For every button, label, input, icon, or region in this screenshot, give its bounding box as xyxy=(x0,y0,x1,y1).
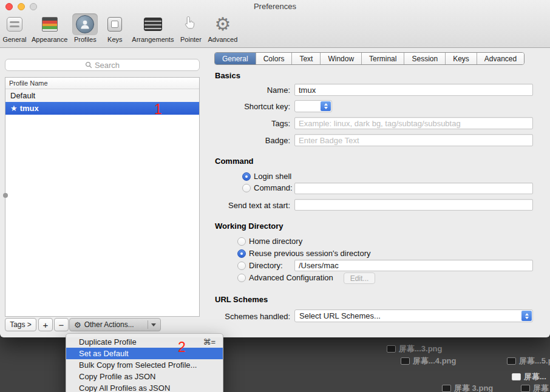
file-icon xyxy=(401,357,410,365)
login-shell-radio[interactable]: Login shell xyxy=(242,172,291,181)
shortcut-key-select[interactable] xyxy=(294,100,332,112)
other-actions-menu: Duplicate Profile ⌘= Set as Default Bulk… xyxy=(66,333,223,392)
desktop-file[interactable]: 屏幕...5.p xyxy=(507,356,550,367)
desktop-file[interactable]: 屏幕...3.png xyxy=(387,343,443,354)
shortcut-key-label: Shortcut key: xyxy=(206,102,290,111)
send-text-input[interactable] xyxy=(294,199,533,211)
home-directory-label: Home directory xyxy=(249,237,302,246)
tab-terminal[interactable]: Terminal xyxy=(362,53,404,64)
menu-item-duplicate-profile[interactable]: Duplicate Profile ⌘= xyxy=(66,336,223,348)
command-input[interactable] xyxy=(294,183,533,194)
command-label: Command: xyxy=(254,183,293,192)
desktop-file[interactable]: 屏幕...4.png xyxy=(401,356,457,367)
tab-text[interactable]: Text xyxy=(292,53,321,64)
directory-radio[interactable]: Directory: xyxy=(237,261,283,270)
toolbar-item-general[interactable]: General xyxy=(2,13,27,43)
edit-button[interactable]: Edit... xyxy=(344,272,375,284)
badge-input[interactable] xyxy=(294,134,533,146)
tab-colors[interactable]: Colors xyxy=(256,53,293,64)
file-icon xyxy=(507,357,516,365)
badge-label: Badge: xyxy=(206,136,290,145)
desktop-file[interactable]: 屏幕 xyxy=(521,383,549,392)
annotation-step-2: 2 xyxy=(178,339,186,356)
menu-item-label: Copy All Profiles as JSON xyxy=(79,382,170,392)
reuse-directory-radio[interactable]: Reuse previous session's directory xyxy=(237,249,370,258)
url-schemes-heading: URL Schemes xyxy=(215,295,268,304)
directory-label: Directory: xyxy=(249,261,283,270)
advanced-configuration-radio[interactable]: Advanced Configuration xyxy=(237,273,333,282)
radio-icon xyxy=(242,184,251,192)
add-profile-button[interactable]: + xyxy=(38,318,53,331)
menu-item-bulk-copy[interactable]: Bulk Copy from Selected Profile... xyxy=(66,359,223,371)
menu-item-copy-all-profiles-json[interactable]: Copy All Profiles as JSON xyxy=(66,382,223,392)
tab-keys[interactable]: Keys xyxy=(446,53,477,64)
stepper-icon xyxy=(521,311,532,321)
name-label: Name: xyxy=(206,86,290,95)
stepper-icon xyxy=(321,101,331,111)
profiles-person-icon xyxy=(76,15,94,33)
desktop-file[interactable]: 屏幕 3.png xyxy=(442,383,493,392)
keycap-icon xyxy=(107,17,122,32)
tab-window[interactable]: Window xyxy=(321,53,362,64)
menu-item-copy-profile-json[interactable]: Copy Profile as JSON xyxy=(66,371,223,382)
window-chrome: Preferences General Appearance Profiles xyxy=(0,0,550,48)
command-radio[interactable]: Command: xyxy=(242,183,293,192)
toolbar-item-keys[interactable]: Keys xyxy=(103,13,127,43)
gear-icon: ⚙ xyxy=(74,320,81,329)
command-heading: Command xyxy=(215,157,254,166)
window-title: Preferences xyxy=(0,2,550,11)
profile-name: Default xyxy=(10,89,35,102)
file-label: 屏幕...5.p xyxy=(519,356,550,367)
default-star-icon: ★ xyxy=(10,102,18,115)
file-label: 屏幕... xyxy=(524,371,546,382)
appearance-icon xyxy=(42,17,58,32)
schemes-selected-value: Select URL Schemes... xyxy=(299,311,381,320)
desktop-file[interactable]: 屏幕... xyxy=(512,371,546,382)
general-icon xyxy=(7,17,22,32)
toolbar-item-arrangements[interactable]: Arrangements xyxy=(132,13,174,43)
other-actions-button[interactable]: ⚙ Other Actions... xyxy=(69,318,161,331)
search-input[interactable]: Search xyxy=(5,59,200,71)
file-label: 屏幕 xyxy=(533,383,549,392)
basics-heading: Basics xyxy=(215,71,240,80)
search-placeholder: Search xyxy=(95,61,120,70)
menu-item-label: Copy Profile as JSON xyxy=(79,371,155,382)
toolbar-item-advanced[interactable]: ⚙ Advanced xyxy=(208,13,237,43)
tab-advanced[interactable]: Advanced xyxy=(477,53,524,64)
profile-tabs: General Colors Text Window Terminal Sess… xyxy=(214,52,525,65)
menu-item-label: Duplicate Profile xyxy=(79,336,137,348)
profile-row-default[interactable]: Default xyxy=(5,89,199,102)
decorative-dot xyxy=(3,193,8,198)
radio-icon xyxy=(242,172,251,181)
file-icon xyxy=(521,385,530,392)
radio-icon xyxy=(237,262,246,270)
radio-icon xyxy=(237,249,246,258)
profile-row-tmux[interactable]: ★ tmux xyxy=(5,102,199,115)
advanced-configuration-label: Advanced Configuration xyxy=(249,273,333,282)
remove-profile-button[interactable]: − xyxy=(54,318,69,331)
reuse-directory-label: Reuse previous session's directory xyxy=(249,249,370,258)
divider xyxy=(148,320,148,329)
window-stack-icon xyxy=(144,18,162,31)
menu-item-set-as-default[interactable]: Set as Default xyxy=(66,348,223,359)
tab-session[interactable]: Session xyxy=(404,53,446,64)
name-input[interactable] xyxy=(294,84,533,96)
tags-input[interactable] xyxy=(294,117,533,129)
search-icon xyxy=(85,61,92,69)
pointer-hand-icon xyxy=(183,15,198,33)
tags-button[interactable]: Tags > xyxy=(5,318,36,331)
schemes-select[interactable]: Select URL Schemes... xyxy=(294,309,533,322)
file-label: 屏幕 3.png xyxy=(454,383,493,392)
screen: 屏幕...3.png 屏幕...4.png 屏幕...5.p 屏幕... 屏幕 … xyxy=(0,0,550,392)
toolbar-item-profiles[interactable]: Profiles xyxy=(72,13,98,43)
gear-icon: ⚙ xyxy=(214,15,231,33)
schemes-handled-label: Schemes handled: xyxy=(206,312,290,321)
home-directory-radio[interactable]: Home directory xyxy=(237,237,302,246)
profile-list: Profile Name Default ★ tmux xyxy=(5,77,200,317)
working-directory-heading: Working Directory xyxy=(215,221,283,231)
other-actions-label: Other Actions... xyxy=(84,320,144,329)
directory-input[interactable] xyxy=(294,260,533,271)
toolbar-item-pointer[interactable]: Pointer xyxy=(178,13,203,43)
tab-general[interactable]: General xyxy=(215,53,256,64)
toolbar-item-appearance[interactable]: Appearance xyxy=(32,13,67,43)
